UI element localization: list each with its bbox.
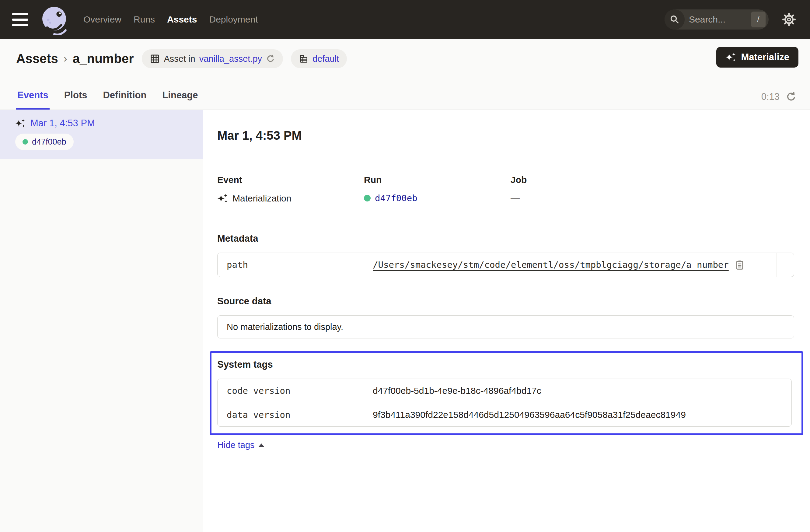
run-status-dot (364, 195, 371, 201)
breadcrumb: Assets › a_number (16, 51, 134, 66)
search-shortcut-badge: / (751, 12, 765, 27)
metadata-section: Metadata path /Users/smackesey/stm/code/… (217, 233, 794, 277)
workspace-icon (299, 54, 309, 64)
nav-item-deployment[interactable]: Deployment (209, 14, 258, 25)
source-data-heading: Source data (217, 296, 794, 307)
event-type-value: Materialization (232, 193, 291, 204)
tab-events[interactable]: Events (16, 90, 50, 110)
top-nav: Overview Runs Assets Deployment / (0, 0, 810, 39)
search-box[interactable]: / (665, 10, 768, 30)
caret-up-icon (258, 444, 264, 447)
chevron-right-icon: › (64, 52, 67, 65)
source-data-empty-state: No materializations to display. (217, 315, 794, 338)
event-list-sidebar: Mar 1, 4:53 PM d47f00eb (0, 110, 203, 532)
asset-badge-prefix: Asset in (164, 54, 195, 64)
page-header: Assets › a_number Asset in vanilla_asset… (0, 39, 810, 110)
breadcrumb-assets-link[interactable]: Assets (16, 51, 58, 66)
nav-item-overview[interactable]: Overview (83, 14, 122, 25)
system-tags-highlight-box: System tags code_version d47f00eb-5d1b-4… (210, 351, 803, 435)
tag-value: 9f3b411a390fd22e158d446d5d12504963596aa6… (373, 410, 686, 420)
system-tags-heading: System tags (217, 359, 792, 370)
divider (217, 158, 794, 158)
table-row: data_version 9f3b411a390fd22e158d446d5d1… (217, 403, 791, 426)
job-column: Job — (511, 175, 794, 204)
metadata-heading: Metadata (217, 233, 794, 244)
materialize-button[interactable]: Materialize (716, 47, 798, 68)
search-icon (665, 10, 685, 30)
search-input[interactable] (685, 14, 751, 25)
page-title: a_number (73, 51, 134, 66)
event-detail-panel: Mar 1, 4:53 PM Event Materialization Run (203, 110, 810, 532)
tag-key: data_version (217, 403, 364, 426)
tag-key: code_version (217, 379, 364, 403)
metadata-table: path /Users/smackesey/stm/code/elementl/… (217, 253, 794, 277)
event-detail-heading: Mar 1, 4:53 PM (217, 129, 794, 142)
dagster-logo-icon[interactable] (38, 4, 70, 35)
tab-plots[interactable]: Plots (63, 90, 88, 110)
event-list-item[interactable]: Mar 1, 4:53 PM d47f00eb (0, 110, 203, 159)
event-timestamp-link[interactable]: Mar 1, 4:53 PM (30, 118, 95, 129)
job-empty-value: — (511, 193, 520, 203)
asset-tabs: Events Plots Definition Lineage (16, 90, 199, 110)
refresh-countdown: 0:13 (761, 91, 780, 102)
tag-value: d47f00eb-5d1b-4e9e-b18c-4896af4bd17c (373, 386, 541, 396)
event-column-label: Event (217, 175, 364, 185)
row-actions-cell (777, 253, 794, 277)
repo-location-badge: default (291, 49, 347, 68)
gear-icon[interactable] (782, 13, 796, 27)
grid-icon (150, 53, 160, 64)
source-data-section: Source data No materializations to displ… (217, 296, 794, 338)
tab-lineage[interactable]: Lineage (161, 90, 199, 110)
run-id-link[interactable]: d47f00eb (375, 193, 418, 203)
run-status-dot (22, 139, 28, 145)
system-tags-table: code_version d47f00eb-5d1b-4e9e-b18c-489… (217, 378, 792, 427)
app-window: Overview Runs Assets Deployment / (0, 0, 810, 532)
nav-item-assets[interactable]: Assets (167, 14, 197, 25)
run-column-label: Run (364, 175, 511, 185)
run-id-chip[interactable]: d47f00eb (15, 134, 74, 150)
metadata-key: path (217, 253, 364, 277)
materialization-sparkle-icon (15, 118, 26, 128)
copy-icon[interactable] (734, 259, 745, 270)
sparkle-icon (725, 52, 736, 63)
run-column: Run d47f00eb (364, 175, 511, 204)
primary-nav: Overview Runs Assets Deployment (83, 14, 258, 25)
menu-icon[interactable] (12, 13, 28, 26)
reload-icon[interactable] (266, 54, 275, 63)
asset-definition-badge: Asset in vanilla_asset.py (142, 49, 283, 68)
asset-file-link[interactable]: vanilla_asset.py (199, 54, 262, 64)
repo-default-link[interactable]: default (312, 54, 339, 64)
job-column-label: Job (511, 175, 794, 185)
path-value-link[interactable]: /Users/smackesey/stm/code/elementl/oss/t… (373, 260, 729, 270)
system-tags-section: System tags code_version d47f00eb-5d1b-4… (217, 359, 792, 427)
table-row: code_version d47f00eb-5d1b-4e9e-b18c-489… (217, 379, 791, 403)
materialization-sparkle-icon (217, 193, 228, 204)
table-row: path /Users/smackesey/stm/code/elementl/… (217, 253, 794, 277)
tab-definition[interactable]: Definition (102, 90, 148, 110)
hide-tags-link[interactable]: Hide tags (217, 440, 264, 450)
refresh-icon[interactable] (785, 91, 797, 102)
event-column: Event Materialization (217, 175, 364, 204)
nav-item-runs[interactable]: Runs (133, 14, 155, 25)
